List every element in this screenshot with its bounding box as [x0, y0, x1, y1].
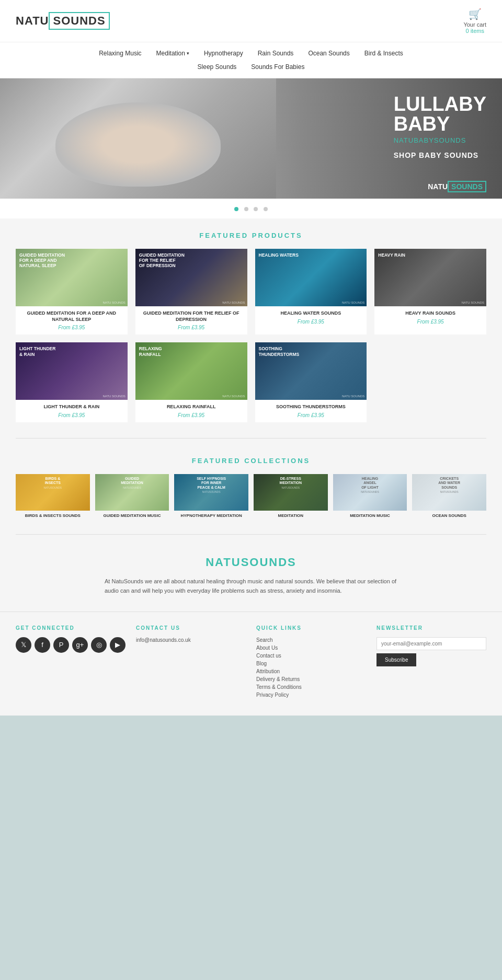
collection-card-3[interactable]: SELF HYPNOSISFOR INNERPEACE & CALM NATUS… [174, 474, 248, 518]
product-thumb-title-4: HEAVY RAIN [378, 252, 483, 258]
footer-contact-email: info@natusounds.co.uk [136, 637, 246, 643]
cart-items-count: 0 items [465, 28, 484, 34]
product-thumb-2: GUIDED MEDITATIONFOR THE RELIEFOF DEPRES… [135, 249, 247, 306]
collection-thumb-1: BIRDS &INSECTS NATUSOUNDS [16, 474, 90, 511]
divider-1 [16, 438, 486, 439]
product-price-3: From £3.95 [258, 319, 364, 325]
nav-meditation[interactable]: Meditation ▾ [149, 47, 197, 60]
product-thumb-title-7: SOOTHINGTHUNDERSTORMS [259, 346, 363, 356]
collections-section: BIRDS &INSECTS NATUSOUNDS BIRDS & INSECT… [0, 474, 502, 529]
dropdown-arrow-icon: ▾ [187, 51, 189, 56]
empty-slot [374, 342, 486, 422]
product-thumb-4: HEAVY RAIN NATU SOUNDS [374, 249, 486, 306]
nav-relaxing-music[interactable]: Relaxing Music [92, 47, 149, 60]
footer-col-connected: GET CONNECTED 𝕏 f P g+ ◎ ▶ [16, 625, 126, 700]
footer-link-delivery[interactable]: Delivery & Returns [256, 676, 366, 682]
nav-sleep-sounds[interactable]: Sleep Sounds [190, 60, 244, 74]
collection-thumb-4: DE-STRESSMEDITATION NATUSOUNDS [254, 474, 328, 511]
cart-area[interactable]: 🛒 Your cart 0 items [463, 8, 486, 34]
product-thumb-7: SOOTHINGTHUNDERSTORMS NATU SOUNDS [255, 342, 367, 400]
nav-sounds-for-babies[interactable]: Sounds For Babies [244, 60, 312, 74]
collection-thumb-5: HEALINGANGELOF LIGHT NATUSOUNDS [333, 474, 407, 511]
social-instagram[interactable]: ◎ [91, 637, 107, 653]
product-price-7: From £3.95 [258, 412, 364, 418]
nav-row-1: Relaxing Music Meditation ▾ Hypnotherapy… [0, 47, 502, 60]
product-name-3: HEALING WATER SOUNDS [258, 310, 364, 317]
product-thumb-3: HEALING WATERS NATU SOUNDS [255, 249, 367, 306]
footer-col-newsletter: NEWSLETTER Subscribe [376, 625, 486, 700]
nav-ocean-sounds[interactable]: Ocean Sounds [301, 47, 357, 60]
footer-col-links: QUICK LINKS Search About Us Contact us B… [256, 625, 366, 700]
newsletter-email-input[interactable] [376, 637, 486, 650]
product-brand-2: NATU SOUNDS [222, 301, 245, 304]
collection-card-4[interactable]: DE-STRESSMEDITATION NATUSOUNDS MEDITATIO… [254, 474, 328, 518]
dot-3[interactable] [254, 207, 258, 211]
collection-thumb-3: SELF HYPNOSISFOR INNERPEACE & CALM NATUS… [174, 474, 248, 511]
nav-bird-insects[interactable]: Bird & Insects [357, 47, 410, 60]
product-name-2: GUIDED MEDITATION FOR THE RELIEF OF DEPR… [139, 310, 244, 322]
dot-2[interactable] [244, 207, 248, 211]
collection-card-5[interactable]: HEALINGANGELOF LIGHT NATUSOUNDS MEDITATI… [333, 474, 407, 518]
footer-link-attribution[interactable]: Attribution [256, 668, 366, 674]
collection-thumb-6: CRICKETSAND WATERSOUNDS NATUSOUNDS [412, 474, 486, 511]
collection-card-6[interactable]: CRICKETSAND WATERSOUNDS NATUSOUNDS OCEAN… [412, 474, 486, 518]
social-pinterest[interactable]: P [53, 637, 69, 653]
product-name-4: HEAVY RAIN SOUNDS [378, 310, 483, 317]
hero-logo-bottom: NATUSOUNDS [428, 182, 486, 191]
collections-grid: BIRDS &INSECTS NATUSOUNDS BIRDS & INSECT… [16, 474, 486, 518]
footer-link-terms[interactable]: Terms & Conditions [256, 684, 366, 690]
product-brand-7: NATU SOUNDS [342, 395, 364, 398]
product-card-4[interactable]: HEAVY RAIN NATU SOUNDS HEAVY RAIN SOUNDS… [374, 249, 486, 335]
social-googleplus[interactable]: g+ [72, 637, 88, 653]
collection-card-2[interactable]: GUIDEDMEDITATION NATUSOUNDS GUIDED MEDIT… [95, 474, 169, 518]
navigation: Relaxing Music Meditation ▾ Hypnotherapy… [0, 42, 502, 78]
featured-collections-title: FEATURED COLLECTIONS [0, 444, 502, 474]
product-card-3[interactable]: HEALING WATERS NATU SOUNDS HEALING WATER… [255, 249, 367, 335]
hero-shop-btn[interactable]: SHOP BABY SOUNDS [394, 151, 479, 159]
hero-baby-image [0, 78, 276, 199]
product-card-6[interactable]: RELAXINGRAINFALL NATU SOUNDS RELAXING RA… [135, 342, 247, 422]
footer-link-blog[interactable]: Blog [256, 661, 366, 666]
social-youtube[interactable]: ▶ [110, 637, 126, 653]
product-card-5[interactable]: LIGHT THUNDER& RAIN NATU SOUNDS LIGHT TH… [16, 342, 128, 422]
collection-thumb-2: GUIDEDMEDITATION NATUSOUNDS [95, 474, 169, 511]
nav-hypnotherapy[interactable]: Hypnotherapy [197, 47, 250, 60]
collection-name-5: MEDITATION MUSIC [333, 513, 407, 518]
hero-text-block: LULLABY BABY NATUBABYSOUNDS SHOP BABY SO… [394, 94, 486, 160]
product-brand-6: NATU SOUNDS [222, 395, 245, 398]
product-thumb-6: RELAXINGRAINFALL NATU SOUNDS [135, 342, 247, 400]
footer-link-privacy[interactable]: Privacy Policy [256, 692, 366, 698]
hero-banner: LULLABY BABY NATUBABYSOUNDS SHOP BABY SO… [0, 78, 502, 199]
social-facebook[interactable]: f [35, 637, 50, 653]
product-price-1: From £3.95 [19, 325, 124, 330]
coll-title-1: BIRDS &INSECTS [18, 477, 87, 486]
product-card-2[interactable]: GUIDED MEDITATIONFOR THE RELIEFOF DEPRES… [135, 249, 247, 335]
dot-4[interactable] [264, 207, 268, 211]
logo[interactable]: NATU SOUNDS [16, 12, 110, 30]
product-brand-1: NATU SOUNDS [103, 301, 126, 304]
collection-name-6: OCEAN SOUNDS [412, 513, 486, 518]
product-name-7: SOOTHING THUNDERSTORMS [258, 404, 364, 410]
newsletter-subscribe-button[interactable]: Subscribe [376, 653, 416, 666]
social-twitter[interactable]: 𝕏 [16, 637, 31, 653]
collection-card-1[interactable]: BIRDS &INSECTS NATUSOUNDS BIRDS & INSECT… [16, 474, 90, 518]
about-text: At NatuSounds we are all about natural h… [105, 577, 397, 595]
footer-link-search[interactable]: Search [256, 637, 366, 643]
product-card-7[interactable]: SOOTHINGTHUNDERSTORMS NATU SOUNDS SOOTHI… [255, 342, 367, 422]
product-card-1[interactable]: GUIDED MEDITATIONFOR A DEEP ANDNATURAL S… [16, 249, 128, 335]
nav-rain-sounds[interactable]: Rain Sounds [250, 47, 301, 60]
hero-subtitle: NATUBABYSOUNDS [394, 136, 486, 144]
dot-1[interactable] [234, 207, 238, 211]
product-price-6: From £3.95 [139, 412, 244, 418]
about-section: NATUSOUNDS At NatuSounds we are all abou… [0, 540, 502, 611]
product-price-5: From £3.95 [19, 412, 124, 418]
product-thumb-title-5: LIGHT THUNDER& RAIN [19, 346, 124, 356]
footer-link-about[interactable]: About Us [256, 645, 366, 651]
product-thumb-title-1: GUIDED MEDITATIONFOR A DEEP ANDNATURAL S… [19, 252, 124, 269]
collection-name-3: HYPNOTHERAPY MEDITATION [174, 513, 248, 518]
collection-name-1: BIRDS & INSECTS SOUNDS [16, 513, 90, 518]
product-name-5: LIGHT THUNDER & RAIN [19, 404, 124, 410]
coll-title-6: CRICKETSAND WATERSOUNDS [415, 477, 484, 490]
footer-link-contact[interactable]: Contact us [256, 653, 366, 659]
footer-col-contact: CONTACT US info@natusounds.co.uk [136, 625, 246, 700]
